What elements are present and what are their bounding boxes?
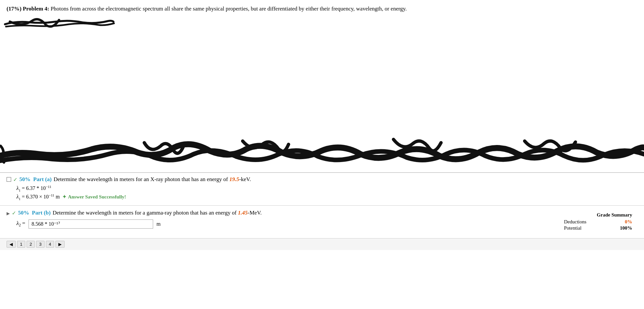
- grade-summary-title: Grade Summary: [564, 212, 632, 218]
- part-a-section: ✓ 50% Part (a) Determine the wavelength …: [0, 173, 644, 205]
- obscured-content-area: [0, 35, 644, 173]
- scribble-icon: [3, 15, 115, 33]
- nav-2[interactable]: 2: [27, 241, 35, 248]
- grade-summary: Grade Summary Deductions 0% Potential 10…: [559, 210, 637, 234]
- problem-number: Problem 4:: [23, 6, 49, 12]
- problem-header-text: (17%) Problem 4: Photons from across the…: [7, 6, 407, 12]
- part-b-unit: m: [156, 221, 160, 227]
- part-a-percentage: 50% Part (a): [19, 176, 51, 183]
- part-b-play-icon[interactable]: ▶: [7, 211, 10, 216]
- part-a-answer2: λ1 = 6.370 × 10−11 m ✦ Answer Saved Succ…: [16, 193, 637, 201]
- part-b-checkmark-icon: ✓: [12, 210, 16, 216]
- strikethrough-area: [0, 15, 644, 35]
- problem-header: (17%) Problem 4: Photons from across the…: [0, 0, 644, 15]
- part-a-checkbox[interactable]: [7, 177, 11, 182]
- part-a-label-text: Part (a): [33, 176, 51, 182]
- lambda2-label: λ2 =: [16, 220, 25, 228]
- potential-value: 100%: [620, 225, 633, 231]
- part-b-input-row: λ2 = m: [16, 219, 559, 229]
- nav-3[interactable]: 3: [36, 241, 44, 248]
- prev-button[interactable]: ◀: [7, 241, 16, 248]
- problem-description: Photons from across the electromagnetic …: [50, 6, 407, 12]
- deductions-label: Deductions: [564, 219, 586, 225]
- grade-deductions-row: Deductions 0%: [564, 219, 632, 225]
- problem-percentage: (17%): [7, 6, 21, 12]
- large-scribble-icon: [0, 133, 644, 172]
- next-button[interactable]: ▶: [55, 241, 65, 248]
- part-b-label-text: Part (b): [32, 210, 50, 216]
- part-b-section: ▶ ✓ 50% Part (b) Determine the wavelengt…: [0, 205, 644, 238]
- part-b-percentage-label: 50% Part (b): [18, 210, 50, 216]
- bottom-bar: ◀ 1 2 3 4 ▶: [0, 238, 644, 250]
- part-a-energy-value: 19.5: [229, 176, 239, 182]
- part-b-energy-value: 1.45: [238, 210, 248, 216]
- part-b-content: ▶ ✓ 50% Part (b) Determine the wavelengt…: [7, 210, 559, 234]
- part-a-checkmark-icon: ✓: [13, 176, 17, 183]
- answer-saved-badge: ✦ Answer Saved Successfully!: [62, 194, 126, 200]
- part-b-header: ▶ ✓ 50% Part (b) Determine the wavelengt…: [7, 210, 559, 216]
- part-a-answer1: λ1 = 6.37 * 10−11: [16, 185, 637, 192]
- part-b-answer-input[interactable]: [29, 219, 153, 229]
- leaf-icon: ✦: [62, 194, 67, 200]
- nav-4[interactable]: 4: [46, 241, 54, 248]
- main-content: (17%) Problem 4: Photons from across the…: [0, 0, 644, 250]
- part-b-description: Determine the wavelength in meters for a…: [52, 210, 559, 216]
- nav-1[interactable]: 1: [17, 241, 25, 248]
- grade-potential-row: Potential 100%: [564, 225, 632, 231]
- deductions-value: 0%: [625, 219, 633, 225]
- part-a-description: Determine the wavelength in meters for a…: [53, 176, 637, 183]
- potential-label: Potential: [564, 225, 581, 231]
- part-a-header: ✓ 50% Part (a) Determine the wavelength …: [7, 176, 637, 183]
